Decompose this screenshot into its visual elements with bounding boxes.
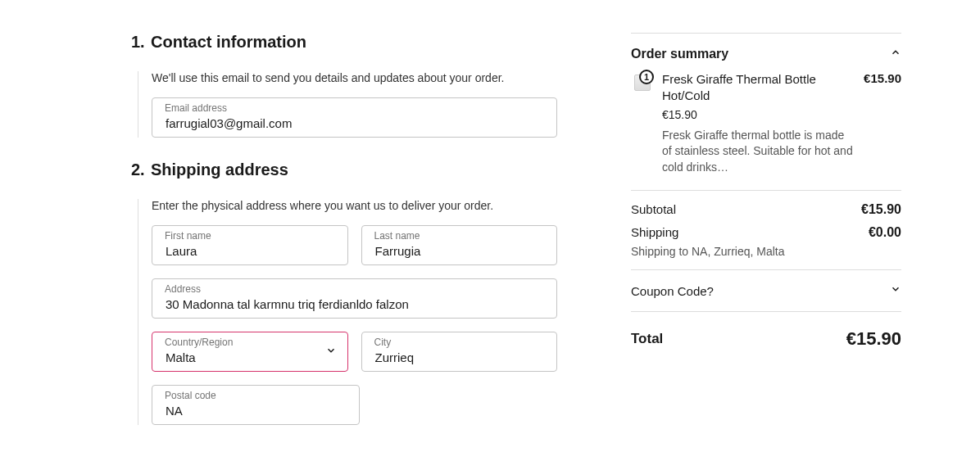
subtotal-label: Subtotal [631, 202, 676, 216]
checkout-form: 1. Contact information We'll use this em… [0, 33, 590, 448]
step-number-1: 1. [131, 33, 151, 52]
contact-section: 1. Contact information We'll use this em… [131, 33, 557, 138]
item-name: Fresk Giraffe Thermal Bottle Hot/Cold [662, 71, 855, 105]
email-input[interactable] [152, 97, 557, 138]
total-row: Total €15.90 [631, 312, 901, 366]
shipping-section: 2. Shipping address Enter the physical a… [131, 160, 557, 425]
order-summary-title: Order summary [631, 47, 728, 61]
quantity-badge: 1 [639, 70, 654, 84]
address-input[interactable] [152, 278, 557, 319]
shipping-description: Enter the physical address where you wan… [152, 199, 557, 212]
item-unit-price: €15.90 [662, 108, 855, 121]
address-group: Address [152, 278, 557, 319]
first-name-group: First name [152, 225, 348, 265]
shipping-destination: Shipping to NA, Zurrieq, Malta [631, 245, 901, 269]
shipping-value: €0.00 [869, 225, 901, 240]
cart-item: 1 Fresk Giraffe Thermal Bottle Hot/Cold … [631, 71, 901, 191]
chevron-down-icon [890, 283, 901, 298]
order-summary-header[interactable]: Order summary [631, 34, 901, 71]
total-label: Total [631, 331, 663, 347]
shipping-row: Shipping €0.00 Shipping to NA, Zurrieq, … [631, 222, 901, 270]
last-name-input[interactable] [361, 225, 558, 265]
last-name-group: Last name [361, 225, 558, 265]
shipping-label: Shipping [631, 225, 678, 239]
country-select[interactable] [152, 332, 348, 372]
coupon-label: Coupon Code? [631, 284, 714, 298]
first-name-input[interactable] [152, 225, 348, 265]
order-summary-panel: Order summary 1 Fresk Giraffe Thermal Bo… [590, 33, 901, 448]
item-description: Fresk Giraffe thermal bottle is made of … [662, 128, 855, 176]
subtotal-value: €15.90 [861, 202, 901, 217]
subtotal-row: Subtotal €15.90 [631, 191, 901, 222]
postal-input[interactable] [152, 385, 360, 425]
coupon-toggle[interactable]: Coupon Code? [631, 270, 901, 312]
country-group: Country/Region [152, 332, 348, 372]
city-group: City [361, 332, 558, 372]
contact-title: Contact information [151, 33, 306, 52]
item-thumbnail: 1 [631, 71, 656, 96]
email-field-group: Email address [152, 97, 557, 138]
total-value: €15.90 [846, 328, 901, 350]
chevron-up-icon [890, 47, 901, 61]
shipping-title: Shipping address [151, 160, 288, 179]
item-line-price: €15.90 [864, 71, 901, 175]
step-number-2: 2. [131, 160, 151, 179]
contact-description: We'll use this email to send you details… [152, 71, 557, 84]
city-input[interactable] [361, 332, 558, 372]
postal-group: Postal code [152, 385, 360, 425]
